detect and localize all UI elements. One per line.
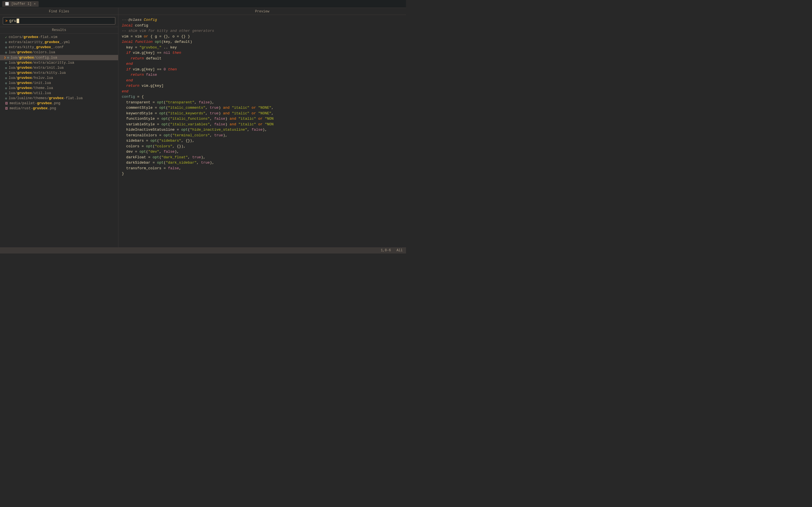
list-item[interactable]: 🖼media/rust-gruvbox.png [0,106,118,111]
tab-icon: ⬜ [5,2,9,6]
search-prompt: > [5,19,8,23]
list-item[interactable]: 🖼media/pallet-gruvbox.png [0,101,118,106]
file-path: lua/gruvbox/util.lua [9,91,51,95]
active-arrow: ❯ [4,55,6,60]
status-scroll: All [396,248,403,252]
vim-icon: ✓ [5,36,7,39]
search-input[interactable]: gru [9,18,19,23]
main-area: Find Files > gru Results ✓colors/gruvbox… [0,8,406,247]
lua-icon: ⚙ [5,87,7,90]
file-list: ✓colors/gruvbox-flat.vim ⚙extras/alacrit… [0,34,118,112]
tab-close-button[interactable]: × [34,2,36,6]
img-icon: 🖼 [5,107,8,110]
list-item[interactable]: ✓colors/gruvbox-flat.vim [0,35,118,40]
lua-icon: ⚙ [5,51,7,54]
list-item[interactable]: ⚙extras/alacritty_gruvbox_.yml [0,40,118,45]
status-position: 1,8-6 [380,248,391,252]
file-path: extras/alacritty_gruvbox_.yml [9,40,70,44]
gear-icon: ⚙ [5,41,7,44]
lua-icon: ⚙ [5,76,7,80]
gear-icon: ⚙ [5,46,7,49]
file-path: lua/gruvbox/extra/init.lua [9,66,64,70]
list-item[interactable]: ⚙lua/gruvbox/util.lua [0,91,118,96]
results-section: Results ✓colors/gruvbox-flat.vim ⚙extras… [0,27,118,247]
preview-title: Preview [118,8,406,15]
file-path: lua/gruvbox/extra/alacritty.lua [9,61,74,65]
tab[interactable]: ⬜ [buffer 1] × [2,1,39,7]
img-icon: 🖼 [5,102,8,105]
statusbar: 1,8-6 All [0,247,406,253]
file-path: lua/gruvbox/init.lua [9,81,51,85]
list-item[interactable]: ⚙lua/gruvbox/hsluv.lua [0,75,118,80]
file-path: colors/gruvbox-flat.vim [9,35,57,39]
list-item[interactable]: ⚙lua/gruvbox/init.lua [0,80,118,86]
file-path: media/rust-gruvbox.png [10,107,56,110]
file-path: lua/lualine/themes/gruvbox-flat.lua [9,96,83,100]
lua-icon: ⚙ [5,92,7,95]
list-item[interactable]: ❯ ⚙lua/gruvbox/config.lua [0,55,118,60]
search-box-container: > gru [0,15,118,27]
titlebar: ⬜ [buffer 1] × [0,0,406,8]
file-path: extras/kitty_gruvbox_.conf [9,45,64,49]
lua-icon: ⚙ [7,56,9,59]
list-item[interactable]: ⚙extras/kitty_gruvbox_.conf [0,45,118,50]
code-area[interactable]: ---@class Config local config -- shim vi… [118,15,406,247]
search-box[interactable]: > gru [3,17,115,24]
lua-icon: ⚙ [5,66,7,70]
list-item[interactable]: ⚙lua/lualine/themes/gruvbox-flat.lua [0,96,118,101]
results-title: Results [0,27,118,34]
preview-panel: Preview ---@class Config local config --… [118,8,406,247]
find-files-title: Find Files [0,8,118,15]
file-path: lua/gruvbox/hsluv.lua [9,76,53,80]
file-path: lua/gruvbox/theme.lua [9,86,53,90]
find-files-panel: Find Files > gru Results ✓colors/gruvbox… [0,8,118,247]
file-path: lua/gruvbox/config.lua [11,56,57,60]
list-item[interactable]: ⚙lua/gruvbox/colors.lua [0,50,118,55]
file-path: lua/gruvbox/colors.lua [9,50,55,54]
lua-icon: ⚙ [5,61,7,65]
lua-icon: ⚙ [5,71,7,75]
list-item[interactable]: ⚙lua/gruvbox/extra/init.lua [0,65,118,70]
list-item[interactable]: ⚙lua/gruvbox/theme.lua [0,86,118,91]
list-item[interactable]: ⚙lua/gruvbox/extra/kitty.lua [0,70,118,75]
lua-icon: ⚙ [5,81,7,85]
lua-icon: ⚙ [5,97,7,100]
list-item[interactable]: ⚙lua/gruvbox/extra/alacritty.lua [0,60,118,65]
tab-label: [buffer 1] [11,2,32,6]
file-path: lua/gruvbox/extra/kitty.lua [9,71,66,75]
file-path: media/pallet-gruvbox.png [10,101,60,105]
